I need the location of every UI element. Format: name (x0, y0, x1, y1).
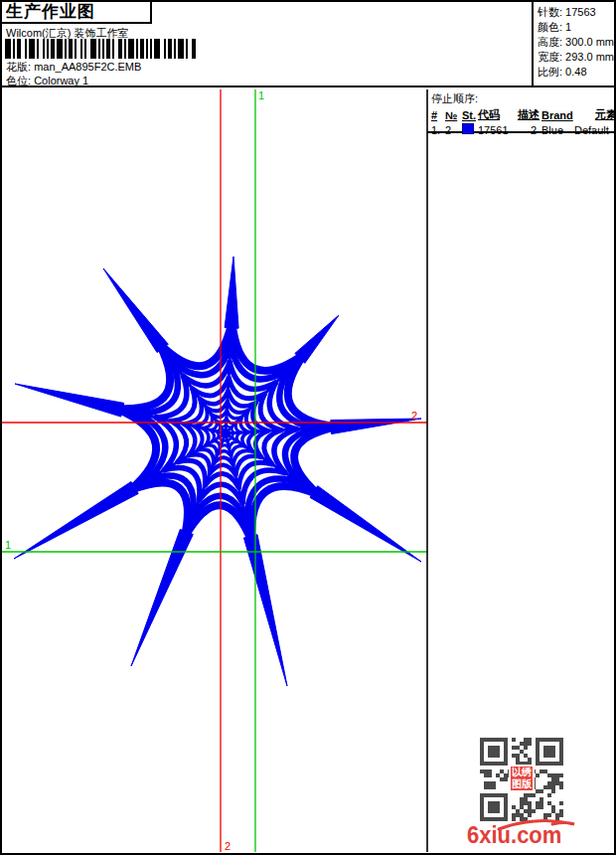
qr-module (484, 770, 488, 773)
qr-module (539, 797, 543, 801)
qr-code: 以绣图版 (480, 738, 563, 821)
column-header: 代码 (478, 107, 517, 122)
qr-module (504, 801, 508, 805)
qr-module (524, 738, 528, 742)
qr-module (516, 746, 520, 750)
web-hub (221, 428, 231, 438)
qr-module (480, 813, 484, 817)
header: 生产作业图 Wilcom(汇京) 装饰工作室 花版: man_AA895F2C.… (2, 2, 614, 87)
qr-module (547, 781, 551, 785)
qr-module (504, 750, 508, 754)
column-header: St. (462, 109, 477, 121)
page-title: 生产作业图 (2, 2, 152, 24)
qr-module (555, 773, 559, 777)
qr-module (551, 746, 555, 750)
qr-module (555, 777, 559, 781)
qr-module (559, 750, 563, 754)
column-header: Brand (541, 109, 573, 121)
production-worksheet-page: 生产作业图 Wilcom(汇京) 装饰工作室 花版: man_AA895F2C.… (0, 0, 616, 855)
qr-module (559, 758, 563, 762)
qr-module (480, 738, 484, 742)
qr-module (539, 770, 543, 773)
column-header: № (445, 109, 461, 121)
barcode-bar (192, 39, 196, 59)
qr-module (536, 789, 539, 793)
qr-module (492, 801, 496, 805)
qr-module (547, 801, 551, 805)
qr-module (532, 809, 536, 813)
qr-module (488, 785, 492, 789)
qr-module (484, 793, 488, 797)
qr-module (528, 805, 532, 809)
qr-module (528, 801, 532, 805)
qr-module (539, 805, 543, 809)
qr-module (504, 777, 508, 781)
qr-module (528, 742, 532, 746)
qr-module (559, 773, 563, 777)
qr-module (524, 801, 528, 805)
guide-label: 2 (411, 410, 417, 422)
qr-module (559, 781, 563, 785)
design-file-value: man_AA895F2C.EMB (34, 61, 141, 73)
qr-module (543, 746, 547, 750)
qr-module (512, 738, 516, 742)
column-header: 元素 (574, 107, 616, 122)
design-file-line: 花版: man_AA895F2C.EMB (6, 60, 141, 75)
qr-module (551, 781, 555, 785)
qr-module (551, 762, 555, 766)
web-ring-arc (251, 486, 318, 542)
color-description: Blue (541, 124, 573, 136)
qr-module (547, 738, 551, 742)
colorway-label: 色位: (6, 75, 31, 86)
qr-module (559, 754, 563, 758)
stat-line: 高度: 300.0 mm (538, 35, 614, 50)
qr-module (539, 762, 543, 766)
qr-module (551, 750, 555, 754)
qr-module (488, 754, 492, 758)
qr-module (488, 781, 492, 785)
qr-module (551, 754, 555, 758)
qr-module (492, 738, 496, 742)
qr-module (484, 762, 488, 766)
qr-module (539, 789, 543, 793)
qr-module (488, 746, 492, 750)
qr-module (559, 738, 563, 742)
qr-module (496, 754, 500, 758)
qr-module (504, 762, 508, 766)
qr-module (547, 785, 551, 789)
qr-module (492, 746, 496, 750)
qr-module (551, 773, 555, 777)
qr-module (484, 781, 488, 785)
qr-module (480, 809, 484, 813)
qr-module (547, 773, 551, 777)
stitch-count: 17561 (478, 124, 517, 136)
qr-module (516, 809, 520, 813)
qr-module (480, 805, 484, 809)
qr-module (484, 785, 488, 789)
guide-label: 1 (5, 539, 11, 551)
colorway-line: 色位: Colorway 1 (6, 74, 88, 88)
qr-module (555, 738, 559, 742)
qr-module (559, 785, 563, 789)
color-code: 2 (518, 124, 540, 136)
qr-module (496, 805, 500, 809)
qr-module (480, 762, 484, 766)
web-leg-spike (243, 535, 287, 686)
design-canvas: 1212 停止顺序: #№St.代码描述Brand元素 1.2175612Blu… (2, 89, 614, 853)
qr-module (480, 793, 484, 797)
qr-module (488, 801, 492, 805)
qr-module (536, 746, 539, 750)
stop-sequence-header-row: #№St.代码描述Brand元素 (431, 107, 614, 122)
qr-module (536, 742, 539, 746)
qr-module (496, 801, 500, 805)
design-stats: 针数: 17563颜色: 1高度: 300.0 mm宽度: 293.0 mm比例… (532, 2, 614, 87)
qr-module (480, 750, 484, 754)
qr-module (488, 770, 492, 773)
qr-module (504, 805, 508, 809)
qr-module (496, 809, 500, 813)
qr-module (516, 758, 520, 762)
qr-module (543, 785, 547, 789)
web-leg-spike (310, 486, 421, 562)
qr-module (543, 738, 547, 742)
qr-module (524, 809, 528, 813)
